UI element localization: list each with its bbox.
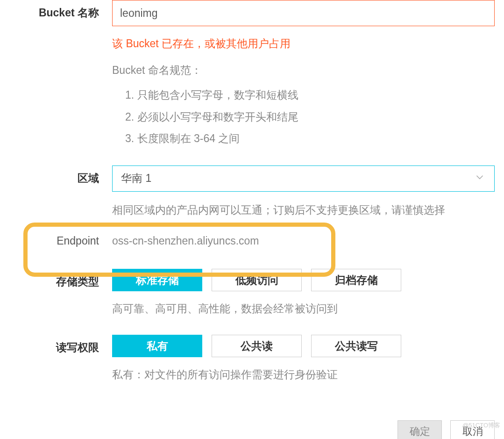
bucket-rule-item: 1. 只能包含小写字母，数字和短横线 bbox=[125, 87, 495, 103]
region-value: 华南 1 bbox=[121, 171, 151, 186]
bucket-rules-list: 1. 只能包含小写字母，数字和短横线 2. 必须以小写字母和数字开头和结尾 3.… bbox=[112, 87, 495, 147]
region-hint: 相同区域内的产品内网可以互通；订购后不支持更换区域，请谨慎选择 bbox=[112, 202, 495, 218]
acl-option-public-read[interactable]: 公共读 bbox=[212, 335, 302, 357]
bucket-rule-item: 3. 长度限制在 3-64 之间 bbox=[125, 130, 495, 147]
storage-option-archive[interactable]: 归档存储 bbox=[311, 269, 401, 291]
acl-option-public-rw[interactable]: 公共读写 bbox=[311, 335, 401, 357]
acl-hint: 私有：对文件的所有访问操作需要进行身份验证 bbox=[112, 367, 495, 382]
storage-option-standard[interactable]: 标准存储 bbox=[112, 269, 202, 291]
acl-button-group: 私有 公共读 公共读写 bbox=[112, 335, 495, 357]
endpoint-label: Endpoint bbox=[0, 229, 112, 247]
bucket-error-text: 该 Bucket 已存在，或被其他用户占用 bbox=[112, 36, 495, 51]
storage-option-ia[interactable]: 低频访问 bbox=[212, 269, 302, 291]
bucket-rules-title: Bucket 命名规范： bbox=[112, 63, 495, 78]
watermark-text: @51CTO博客 bbox=[462, 421, 500, 430]
chevron-down-icon bbox=[474, 171, 486, 186]
acl-option-private[interactable]: 私有 bbox=[112, 335, 202, 357]
endpoint-value: oss-cn-shenzhen.aliyuncs.com bbox=[112, 229, 495, 247]
bucket-name-label: Bucket 名称 bbox=[0, 0, 112, 20]
storage-button-group: 标准存储 低频访问 归档存储 bbox=[112, 269, 495, 291]
acl-label: 读写权限 bbox=[0, 335, 112, 355]
storage-label: 存储类型 bbox=[0, 269, 112, 289]
storage-hint: 高可靠、高可用、高性能，数据会经常被访问到 bbox=[112, 302, 495, 316]
bucket-name-input[interactable] bbox=[112, 0, 495, 26]
bucket-rule-item: 2. 必须以小写字母和数字开头和结尾 bbox=[125, 109, 495, 125]
confirm-button[interactable]: 确定 bbox=[398, 420, 442, 439]
region-label: 区域 bbox=[0, 166, 112, 186]
region-select[interactable]: 华南 1 bbox=[112, 166, 495, 192]
